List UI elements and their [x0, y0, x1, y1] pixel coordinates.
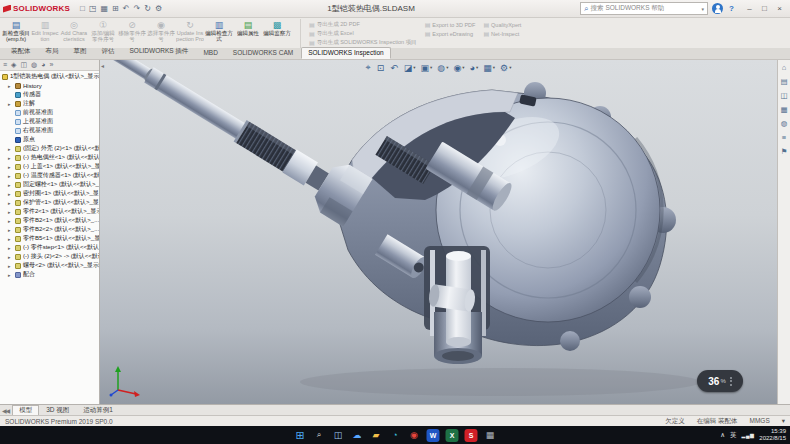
- tab-scroll-arrows-icon[interactable]: ◀◀: [2, 407, 9, 414]
- view-tab[interactable]: 模型: [12, 405, 39, 415]
- ribbon-button[interactable]: ▥ Edit Inspection: [31, 19, 59, 48]
- expand-arrow-icon[interactable]: ▸: [8, 83, 13, 89]
- clock[interactable]: 15:39 2022/8/15: [759, 428, 786, 442]
- expand-arrow-icon[interactable]: ▸: [8, 173, 13, 179]
- ribbon-export-button[interactable]: [425, 38, 476, 47]
- expand-arrow-icon[interactable]: ▸: [8, 191, 13, 197]
- ime-indicator[interactable]: 英: [730, 431, 737, 440]
- taskbar-icon[interactable]: ▦: [484, 429, 497, 442]
- ribbon-tab[interactable]: 草图: [67, 45, 94, 59]
- expand-arrow-icon[interactable]: ▸: [8, 209, 13, 215]
- panel-tab-icon[interactable]: ◍: [31, 60, 37, 70]
- ribbon-button[interactable]: ◎ Add Characteristics: [60, 19, 88, 48]
- feature-tree-item[interactable]: 右视基准面: [0, 126, 99, 135]
- feature-tree-item[interactable]: 上视基准面: [0, 117, 99, 126]
- feature-tree-item[interactable]: ▸ 注解: [0, 99, 99, 108]
- view-toolbar-icon[interactable]: ⌖: [366, 62, 372, 73]
- feature-tree-item[interactable]: 前视基准面: [0, 108, 99, 117]
- taskbar-icon[interactable]: ◉: [408, 429, 421, 442]
- taskbar-icon[interactable]: ⌕: [313, 429, 326, 442]
- task-pane-icon[interactable]: ≡: [782, 134, 786, 142]
- taskbar-icon[interactable]: ◔: [389, 429, 402, 442]
- task-pane-icon[interactable]: ◫: [780, 92, 787, 100]
- view-toolbar-icon[interactable]: ↶: [390, 63, 399, 73]
- view-toolbar-icon[interactable]: ⚙ ▾: [500, 63, 511, 73]
- task-pane-icon[interactable]: ▤: [780, 78, 787, 86]
- ribbon-button[interactable]: ▩ 编辑监察方: [263, 19, 291, 48]
- taskbar-icon[interactable]: ☁: [351, 429, 364, 442]
- zoom-percentage-overlay[interactable]: 36 %: [697, 370, 743, 392]
- help-icon[interactable]: ?: [727, 4, 736, 13]
- feature-tree-item[interactable]: ▸ 配合: [0, 270, 99, 279]
- ribbon-export-button[interactable]: ▤ Export to 3D PDF: [425, 20, 476, 29]
- feature-tree-item[interactable]: ▸ (-) 热电偶丝<1> (默认<<默认>_显...: [0, 153, 99, 162]
- ribbon-tab[interactable]: MBD: [196, 47, 224, 59]
- feature-tree-item[interactable]: 原点: [0, 135, 99, 144]
- ribbon-tab[interactable]: 装配体: [4, 45, 38, 59]
- close-button[interactable]: ×: [772, 2, 787, 16]
- expand-arrow-icon[interactable]: ▸: [8, 272, 13, 278]
- feature-tree-item[interactable]: ▸ (-) 接头 (2)<2> -> (默认<<默认>...: [0, 252, 99, 261]
- panel-tab-icon[interactable]: ≡: [3, 60, 7, 70]
- ribbon-button[interactable]: ▤ 编辑属性: [234, 19, 262, 48]
- feature-tree-item[interactable]: ▸ 零件B2<1> (默认<<默认>_...: [0, 216, 99, 225]
- feature-tree-root[interactable]: 1型铠装热电偶 (默认<默认>_显示状态-1): [0, 72, 99, 81]
- ribbon-export-button[interactable]: ▤ QualityXpert: [483, 20, 521, 29]
- ribbon-button[interactable]: ↻ Update Inspection Project: [176, 19, 204, 48]
- taskbar-icon[interactable]: W: [427, 429, 440, 442]
- feature-tree-item[interactable]: 传感器: [0, 90, 99, 99]
- view-tab[interactable]: 运动算例1: [76, 405, 120, 415]
- user-account-icon[interactable]: [712, 3, 723, 14]
- panel-tab-icon[interactable]: ◕: [41, 60, 45, 70]
- view-toolbar-icon[interactable]: ⊡: [377, 63, 386, 73]
- view-toolbar-icon[interactable]: ▦ ▾: [483, 63, 495, 73]
- taskbar-icon[interactable]: S: [465, 429, 478, 442]
- panel-tab-icon[interactable]: ◈: [11, 60, 16, 70]
- ribbon-tab[interactable]: SOLIDWORKS CAM: [226, 47, 300, 59]
- expand-arrow-icon[interactable]: ▸: [8, 254, 13, 260]
- expand-arrow-icon[interactable]: ▸: [8, 164, 13, 170]
- titlebar-tool-icon[interactable]: ↷: [133, 4, 140, 14]
- titlebar-tool-icon[interactable]: ◳: [89, 4, 97, 14]
- titlebar-tool-icon[interactable]: □: [80, 4, 85, 14]
- ribbon-button[interactable]: ▥ 编辑检查方式: [205, 19, 233, 48]
- ribbon-export-button[interactable]: ▤ Net-Inspect: [483, 29, 521, 38]
- taskbar-icon[interactable]: X: [446, 429, 459, 442]
- titlebar-tool-icon[interactable]: ⊞: [112, 4, 119, 14]
- expand-arrow-icon[interactable]: ▸: [8, 146, 13, 152]
- graphics-area[interactable]: ◂ ⌖ ⊡ ↶ ◪ ▾ ▣: [100, 60, 777, 404]
- task-pane-icon[interactable]: ◍: [781, 120, 788, 128]
- taskbar-icon[interactable]: ▰: [370, 429, 383, 442]
- task-pane-icon[interactable]: ⚑: [781, 148, 788, 156]
- feature-tree-item[interactable]: ▸ History: [0, 81, 99, 90]
- feature-tree-item[interactable]: ▸ (-) 上盖<1> (默认<<默认>_显示状...: [0, 162, 99, 171]
- ribbon-tab[interactable]: 评估: [95, 45, 122, 59]
- ribbon-button[interactable]: ▤ 新检查项目 (emp.fx): [2, 19, 30, 48]
- ribbon-tab[interactable]: SOLIDWORKS 插件: [123, 45, 196, 59]
- task-pane-icon[interactable]: ⌂: [782, 64, 787, 72]
- feature-tree-item[interactable]: ▸ (-) 温度传感器<1> (默认<<默认>...: [0, 171, 99, 180]
- ribbon-export-button[interactable]: ▤ 导出生成 Excel: [309, 29, 417, 38]
- expand-arrow-icon[interactable]: ▸: [8, 236, 13, 242]
- feature-tree-item[interactable]: ▸ 保护管<1> (默认<<默认>_显示...: [0, 198, 99, 207]
- network-signal-icon[interactable]: ▂▄▆: [742, 432, 755, 438]
- panel-tab-icon[interactable]: »: [49, 60, 53, 70]
- taskbar-icon[interactable]: ◫: [332, 429, 345, 442]
- view-toolbar-icon[interactable]: ◉ ▾: [453, 63, 464, 73]
- view-toolbar-icon[interactable]: ▣ ▾: [421, 63, 433, 73]
- titlebar-tool-icon[interactable]: ▦: [101, 4, 109, 14]
- ribbon-tab[interactable]: 布局: [39, 45, 66, 59]
- feature-tree-item[interactable]: ▸ 零件2<1> (默认<<默认>_显示状态: [0, 207, 99, 216]
- feature-tree-item[interactable]: ▸ 零件B2<2> (默认<<默认>_...: [0, 225, 99, 234]
- view-tab[interactable]: 3D 视图: [39, 405, 76, 415]
- feature-tree-item[interactable]: ▸ (固定) 外壳 (2)<1> (默认<<默认>_显示状态: [0, 144, 99, 153]
- view-toolbar-icon[interactable]: ◍ ▾: [437, 63, 448, 73]
- expand-arrow-icon[interactable]: ▸: [8, 245, 13, 251]
- help-search-input[interactable]: ⌕ 搜索 SOLIDWORKS 帮助 ▾: [580, 2, 708, 15]
- ribbon-tab[interactable]: SOLIDWORKS Inspection: [301, 47, 391, 59]
- feature-tree-item[interactable]: ▸ 螺母<2> (默认<<默认>_显示状态: [0, 261, 99, 270]
- expand-arrow-icon[interactable]: ▸: [8, 182, 13, 188]
- search-caret-icon[interactable]: ▾: [702, 6, 705, 12]
- feature-tree-item[interactable]: ▸ 密封圈<1> (默认<<默认>_显...: [0, 189, 99, 198]
- minimize-button[interactable]: –: [742, 2, 757, 16]
